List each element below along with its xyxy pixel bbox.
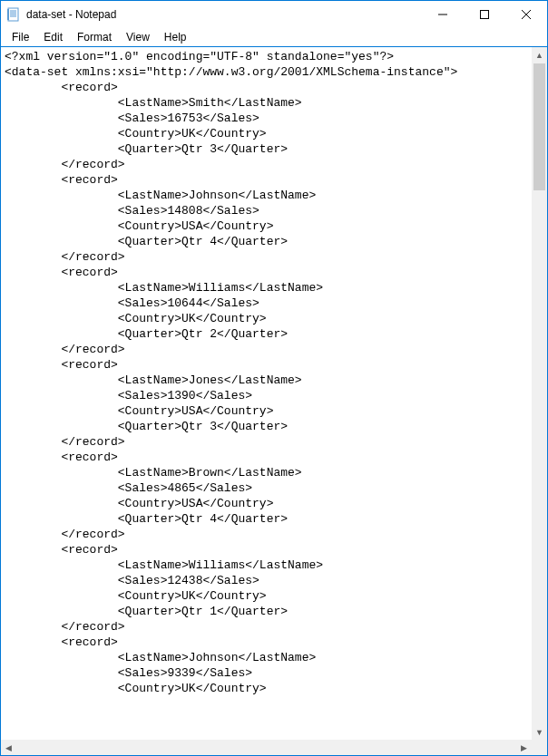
scroll-down-arrow-icon[interactable]: ▼ — [532, 724, 547, 740]
vertical-scroll-thumb[interactable] — [533, 63, 545, 190]
menu-help[interactable]: Help — [157, 29, 194, 45]
scroll-up-arrow-icon[interactable]: ▲ — [532, 47, 547, 63]
maximize-button[interactable] — [464, 1, 505, 28]
menu-edit[interactable]: Edit — [36, 29, 70, 45]
vertical-scrollbar[interactable]: ▲ ▼ — [532, 47, 547, 740]
notepad-icon — [6, 7, 21, 22]
text-editor[interactable]: <?xml version="1.0" encoding="UTF-8" sta… — [1, 47, 532, 740]
title-bar[interactable]: data-set - Notepad — [1, 1, 547, 28]
content-wrap: <?xml version="1.0" encoding="UTF-8" sta… — [1, 46, 547, 755]
scroll-left-arrow-icon[interactable]: ◀ — [1, 740, 16, 755]
close-button[interactable] — [505, 1, 547, 28]
notepad-window: data-set - Notepad File Edit Format View… — [0, 0, 548, 756]
menu-format[interactable]: Format — [70, 29, 119, 45]
svg-rect-5 — [7, 9, 9, 20]
scroll-right-arrow-icon[interactable]: ▶ — [516, 740, 532, 755]
horizontal-scroll-track[interactable] — [16, 740, 516, 755]
scrollbar-corner — [532, 740, 547, 755]
svg-rect-7 — [481, 11, 489, 19]
content-area: <?xml version="1.0" encoding="UTF-8" sta… — [1, 47, 547, 740]
minimize-button[interactable] — [422, 1, 464, 28]
menu-bar: File Edit Format View Help — [1, 28, 547, 46]
window-title: data-set - Notepad — [26, 8, 116, 21]
menu-file[interactable]: File — [5, 29, 36, 45]
menu-view[interactable]: View — [119, 29, 157, 45]
horizontal-scrollbar[interactable]: ◀ ▶ — [1, 740, 547, 755]
